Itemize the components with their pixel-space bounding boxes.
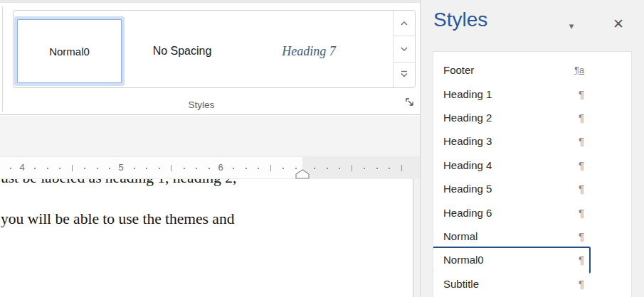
gallery-scrollbar	[393, 11, 415, 87]
styles-group-label: Styles	[114, 99, 289, 110]
paragraph-mark-icon: ¶	[579, 207, 584, 219]
style-name: Footer	[443, 64, 474, 76]
ruler-tick	[34, 168, 36, 169]
style-name: Normal0	[443, 254, 484, 266]
close-icon: ✕	[613, 16, 624, 31]
ruler-tick	[84, 168, 85, 169]
styles-pane-title: Styles	[433, 9, 487, 31]
ruler-half-tick	[352, 165, 352, 171]
ruler-half-tick	[401, 165, 402, 171]
style-list-item[interactable]: Heading 5 ¶	[433, 177, 589, 200]
gallery-item-label: Normal0	[49, 45, 90, 58]
ruler-tick	[327, 168, 328, 169]
paragraph-mark-icon: ¶	[579, 183, 584, 195]
styles-pane-close-button[interactable]: ✕	[608, 14, 628, 34]
style-name: Normal	[443, 230, 477, 242]
dialog-launcher-icon	[405, 99, 415, 109]
ruler-tick	[97, 168, 98, 169]
style-list-item[interactable]: Normal ¶	[433, 225, 589, 248]
group-divider	[2, 6, 3, 112]
ruler-half-tick	[72, 165, 73, 171]
ruler-tick	[376, 168, 378, 169]
styles-pane: Styles ▾ ✕ Footer ¶a Heading 1 ¶ Heading…	[420, 0, 644, 297]
paragraph-mark-icon: ¶	[579, 278, 584, 290]
gallery-scroll-down-button[interactable]	[394, 36, 415, 61]
ruler-tick	[364, 168, 365, 169]
gallery-item-label: Heading 7	[282, 44, 336, 59]
ruler-half-tick	[171, 165, 171, 171]
ruler-tick	[389, 168, 390, 169]
style-list-item[interactable]: Footer ¶a	[433, 58, 589, 82]
style-list-item[interactable]: Heading 3 ¶	[433, 129, 589, 153]
ruler-inch-number: 4	[19, 162, 24, 173]
dropdown-arrow-icon: ▾	[569, 21, 574, 31]
style-name: Subtitle	[443, 278, 479, 290]
paragraph-mark-icon: ¶	[579, 159, 584, 171]
style-name: Heading 1	[443, 88, 492, 100]
paragraph-mark-icon: ¶a	[574, 65, 584, 75]
ruler-tick	[159, 168, 160, 169]
ruler-half-tick	[270, 165, 271, 171]
ruler-tick	[47, 168, 48, 169]
paragraph-mark-icon: ¶	[579, 112, 584, 124]
word-window: Normal0 No Spacing Heading 7	[0, 0, 644, 297]
paragraph-mark-icon: ¶	[579, 135, 584, 147]
ruler-tick	[233, 168, 234, 169]
document-text-line: ust be labeled as heading 1, heading 2,	[1, 179, 236, 187]
styles-dialog-launcher-button[interactable]	[403, 97, 416, 109]
ruler-tick	[295, 168, 297, 169]
paragraph-mark-icon: ¶	[579, 230, 584, 242]
ribbon-top-strip	[0, 0, 420, 3]
paragraph-mark-icon: ¶	[579, 88, 584, 100]
styles-list: Footer ¶a Heading 1 ¶ Heading 2 ¶ Headin…	[433, 51, 632, 297]
ruler-tick	[283, 168, 284, 169]
gallery-style-item[interactable]: Normal0	[17, 19, 122, 83]
ruler-tick	[10, 168, 11, 169]
ruler-tick	[134, 168, 135, 169]
gallery-style-item[interactable]: No Spacing	[129, 19, 236, 83]
styles-gallery: Normal0 No Spacing Heading 7	[13, 10, 416, 88]
chevron-up-icon	[400, 18, 408, 28]
style-list-item[interactable]: Heading 2 ¶	[433, 106, 589, 129]
style-list-item[interactable]: Subtitle ¶	[433, 272, 589, 296]
ruler-tick	[109, 168, 110, 169]
ruler-tick	[59, 168, 60, 169]
style-list-item[interactable]: Heading 4 ¶	[433, 153, 589, 177]
ruler-tick	[184, 168, 185, 169]
ruler-text-area	[0, 157, 302, 178]
ruler-tick	[208, 168, 210, 169]
chevron-down-icon	[400, 43, 408, 54]
style-list-item[interactable]: Normal0 ¶	[433, 248, 589, 271]
style-name: Heading 3	[443, 135, 492, 147]
paragraph-mark-icon: ¶	[579, 254, 584, 266]
style-name: Heading 4	[443, 159, 492, 171]
style-name: Heading 6	[443, 207, 492, 219]
ribbon-lower-band	[0, 116, 420, 156]
style-list-item[interactable]: Heading 6 ¶	[433, 200, 589, 224]
styles-pane-menu-button[interactable]: ▾	[561, 17, 581, 34]
ruler-inch-number: 5	[118, 162, 123, 173]
ruler-tick	[196, 168, 197, 169]
ruler-tick	[258, 168, 259, 169]
ruler-tick	[146, 168, 147, 169]
style-name: Heading 2	[443, 112, 492, 124]
ruler-tick	[246, 168, 247, 169]
gallery-scroll-up-button[interactable]	[394, 11, 415, 36]
style-list-item[interactable]: Heading 1 ¶	[433, 82, 589, 105]
page-right-margin	[413, 179, 420, 297]
document-canvas[interactable]: ust be labeled as heading 1, heading 2, …	[0, 179, 413, 297]
ruler-tick	[339, 168, 340, 169]
horizontal-ruler[interactable]: 456	[0, 156, 420, 179]
gallery-more-button[interactable]	[394, 62, 415, 87]
ribbon-styles-group: Normal0 No Spacing Heading 7	[0, 0, 420, 115]
ruler-inch-number: 6	[218, 162, 223, 173]
gallery-more-icon	[400, 70, 408, 80]
style-name: Heading 5	[443, 183, 492, 195]
ruler-tick	[314, 168, 315, 169]
document-text-line: you will be able to use the themes and	[1, 210, 234, 228]
gallery-item-label: No Spacing	[153, 45, 212, 58]
gallery-style-item[interactable]: Heading 7	[248, 19, 369, 83]
